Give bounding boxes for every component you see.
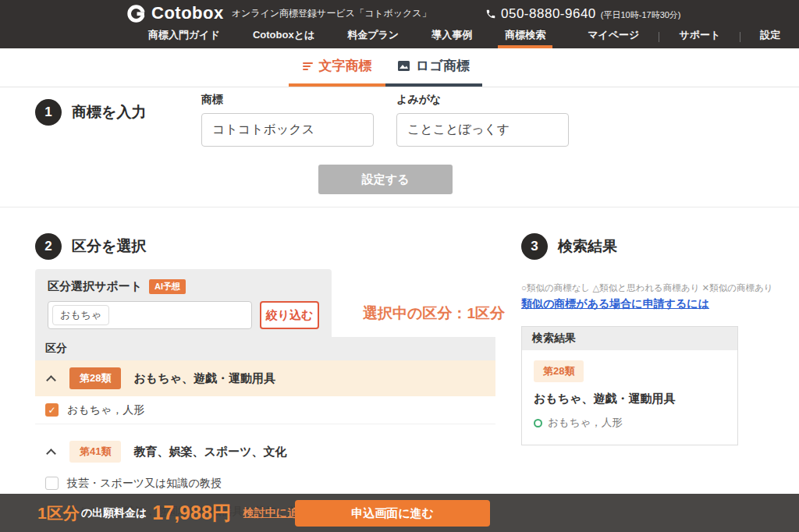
step2-title: 区分を選択	[72, 236, 146, 257]
item-label: 技芸・スポーツ又は知識の教授	[67, 477, 222, 491]
class-name: 教育、娯楽、スポーツ、文化	[133, 445, 286, 459]
item-label: おもちゃ，人形	[67, 403, 144, 417]
logo[interactable]: Cotobox オンライン商標登録サービス「コトボックス」	[126, 3, 431, 23]
tab-logo-trademark[interactable]: ロゴ商標	[385, 48, 482, 87]
lower-sections: 2 区分を選択 区分選択サポート AI予想 おもちゃ 絞り込む 選択中の区分：1…	[0, 207, 799, 532]
class-item-row: ✓ おもちゃ，人形	[35, 396, 495, 424]
no-similar-status-icon	[534, 419, 542, 427]
class-group-row-41[interactable]: 第41類 教育、娯楽、スポーツ、文化	[35, 434, 495, 470]
image-icon	[398, 61, 410, 71]
step1-header: 1 商標を入力	[35, 99, 146, 126]
result-item: おもちゃ，人形	[534, 416, 726, 430]
support-title: 区分選択サポート	[48, 279, 142, 294]
group-gap	[35, 424, 495, 434]
tab-text-trademark[interactable]: 文字商標	[289, 48, 385, 87]
page: Cotobox オンライン商標登録サービス「コトボックス」 050-8880-9…	[0, 0, 799, 532]
nav-divider	[659, 32, 659, 42]
step2-number-badge: 2	[35, 233, 62, 260]
trademark-type-tabs: 文字商標 ロゴ商標	[0, 48, 799, 87]
step3-title: 検索結果	[558, 236, 617, 257]
text-lines-icon	[303, 61, 313, 72]
similarity-legend: ○類似の商標なし △類似と思われる商標あり ✕類似の商標あり	[521, 282, 773, 294]
keyword-chip[interactable]: おもちゃ	[52, 305, 109, 325]
checkbox-checked[interactable]: ✓	[45, 403, 59, 417]
result-class-badge: 第28類	[534, 360, 584, 382]
chevron-up-icon[interactable]	[46, 449, 56, 459]
result-box-header: 検索結果	[522, 327, 737, 350]
step3-header: 3 検索結果	[521, 233, 617, 260]
class-table-header: 区分	[35, 337, 495, 360]
trademark-field: 商標	[201, 93, 374, 147]
nav-divider	[740, 32, 740, 42]
set-trademark-button[interactable]: 設定する	[318, 165, 453, 194]
reading-field: よみがな	[396, 93, 569, 147]
cotobox-logo-icon	[126, 4, 146, 23]
nav-item-trademark-guide[interactable]: 商標入門ガイド	[141, 25, 227, 48]
result-class-name: おもちゃ、遊戯・運動用具	[534, 392, 726, 406]
step1-number-badge: 1	[35, 99, 62, 126]
main-nav: 商標入門ガイド Cotoboxとは 料金プラン 導入事例 商標検索 マイページ …	[0, 25, 799, 48]
search-result-box: 検索結果 第28類 おもちゃ、遊戯・運動用具 おもちゃ，人形	[521, 326, 738, 445]
nav-item-pricing[interactable]: 料金プラン	[340, 25, 406, 48]
logo-text: Cotobox	[151, 3, 224, 23]
filter-button[interactable]: 絞り込む	[260, 301, 319, 329]
nav-item-trademark-search[interactable]: 商標検索	[498, 25, 552, 48]
proceed-to-application-button[interactable]: 申込画面に進む	[295, 500, 490, 527]
top-header: Cotobox オンライン商標登録サービス「コトボックス」 050-8880-9…	[0, 0, 799, 48]
keyword-input[interactable]: おもちゃ	[48, 301, 252, 329]
step2-header: 2 区分を選択	[35, 233, 146, 260]
nav-item-support[interactable]: サポート	[672, 28, 727, 45]
nav-item-settings[interactable]: 設定	[753, 28, 787, 45]
class-name: おもちゃ、遊戯・運動用具	[133, 371, 275, 386]
nav-item-mypage[interactable]: マイページ	[581, 28, 646, 45]
ai-predict-badge: AI予想	[149, 279, 186, 294]
footer-price: 17,988円	[152, 500, 231, 526]
application-footer-bar: 1区分 の出願料金は 17,988円 検討中に追加 申込画面に進む	[0, 494, 799, 532]
service-tagline: オンライン商標登録サービス「コトボックス」	[232, 7, 431, 20]
nav-right-group: マイページ サポート 設定	[581, 25, 787, 48]
phone-icon	[485, 9, 496, 20]
class-badge: 第28類	[69, 367, 121, 389]
step3-number-badge: 3	[521, 233, 548, 260]
class-group-row-28[interactable]: 第28類 おもちゃ、遊戯・運動用具	[35, 360, 495, 396]
checkbox-unchecked[interactable]	[45, 477, 59, 490]
phone-contact: 050-8880-9640 (平日10時-17時30分)	[485, 6, 681, 22]
step1-title: 商標を入力	[72, 102, 146, 122]
reading-label: よみがな	[396, 93, 569, 107]
similar-trademark-help-link[interactable]: 類似の商標がある場合に申請するには	[521, 297, 709, 311]
class-badge: 第41類	[69, 441, 121, 463]
section-trademark-input: 1 商標を入力 商標 よみがな 設定する	[0, 87, 799, 207]
class-select-support-box: 区分選択サポート AI予想 おもちゃ 絞り込む	[35, 269, 332, 340]
footer-class-count: 1区分	[37, 502, 80, 524]
selected-class-count: 選択中の区分：1区分	[363, 303, 505, 324]
tab-label: 文字商標	[319, 57, 372, 75]
phone-hours: (平日10時-17時30分)	[601, 9, 681, 21]
reading-input[interactable]	[396, 113, 569, 147]
trademark-input[interactable]	[201, 113, 374, 147]
nav-item-case-studies[interactable]: 導入事例	[424, 25, 479, 48]
tab-label: ロゴ商標	[416, 57, 470, 75]
result-item-label: おもちゃ，人形	[548, 416, 623, 430]
nav-item-about-cotobox[interactable]: Cotoboxとは	[246, 25, 321, 48]
phone-number[interactable]: 050-8880-9640	[501, 6, 596, 22]
chevron-up-icon[interactable]	[46, 375, 56, 385]
footer-fee-label: の出願料金は	[81, 506, 147, 520]
trademark-label: 商標	[201, 93, 374, 107]
